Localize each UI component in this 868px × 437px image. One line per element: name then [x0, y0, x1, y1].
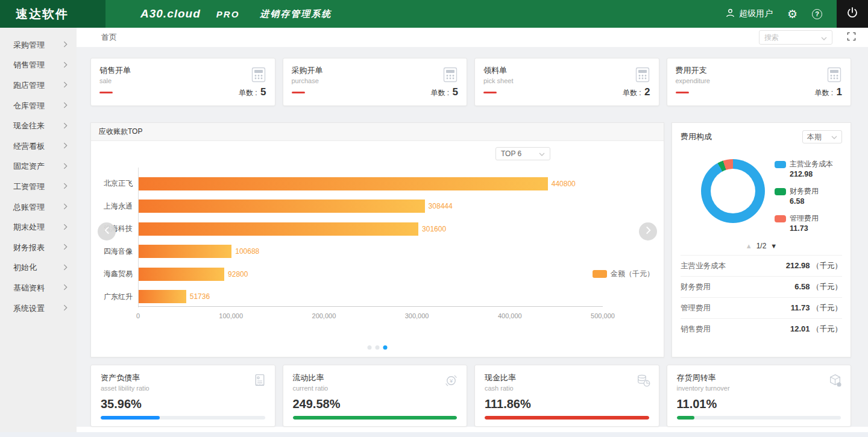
carousel-dot[interactable]: [383, 345, 388, 350]
legend-swatch: [775, 188, 786, 195]
ratio-card-asset-liability: 资产负债率 asset libility ratio 35.96%: [90, 365, 275, 427]
sidebar-item[interactable]: 固定资产: [0, 157, 77, 177]
form-calculator-icon: [825, 66, 843, 86]
sidebar-item[interactable]: 财务报表: [0, 237, 77, 258]
product-edition: PRO: [216, 9, 240, 19]
logout-button[interactable]: [837, 0, 868, 28]
expense-row-value: 11.73: [791, 303, 810, 312]
bar: [138, 200, 425, 213]
stat-card-subtitle: sale: [99, 77, 266, 84]
user-menu[interactable]: 超级用户: [725, 8, 773, 20]
top-n-select[interactable]: TOP 6: [495, 147, 550, 160]
expense-row-label: 财务费用: [681, 282, 711, 292]
donut-legend-item: 主营业务成本 212.98: [775, 159, 833, 178]
chevron-right-icon: [63, 81, 68, 90]
sidebar-item[interactable]: 期末处理: [0, 217, 77, 237]
dashboard-content: 销售开单 sale 单数 : 5 采购开单 purchase 单数 : 5: [77, 47, 868, 427]
sidebar-item[interactable]: 系统设置: [0, 298, 77, 319]
system-name: 进销存管理系统: [260, 8, 332, 20]
fullscreen-icon: [847, 32, 856, 43]
bar: [138, 222, 418, 236]
legend-label: 财务费用: [790, 186, 819, 196]
triangle-up-icon[interactable]: ▲: [746, 243, 752, 250]
sidebar-item[interactable]: 仓库管理: [0, 96, 77, 116]
donut-legend-item: 管理费用 11.73: [775, 213, 833, 233]
expense-row-value: 12.01: [790, 324, 810, 333]
stat-card-row: 销售开单 sale 单数 : 5 采购开单 purchase 单数 : 5: [90, 58, 851, 106]
user-name: 超级用户: [739, 8, 773, 19]
period-select[interactable]: 本期: [802, 130, 842, 143]
power-icon: [846, 7, 858, 21]
sidebar-item[interactable]: 初始化: [0, 258, 77, 278]
sidebar-item-label: 期末处理: [13, 222, 45, 233]
chevron-right-icon: [63, 142, 68, 151]
sidebar-item[interactable]: 基础资料: [0, 278, 77, 298]
legend-label: 管理费用: [790, 213, 819, 224]
stat-card: 领料单 pick sheet 单数 : 2: [474, 58, 659, 106]
ratio-card-inventory-turnover: 存货周转率 inventory turnover 11.01%: [667, 365, 852, 427]
chart-title: 应收账款TOP: [91, 123, 664, 141]
stat-card-count: 单数 : 5: [431, 86, 458, 98]
chevron-right-icon: [63, 61, 68, 70]
chevron-right-icon: [63, 223, 68, 232]
carousel-prev-button[interactable]: [98, 222, 116, 241]
x-tick-label: 400,000: [498, 312, 522, 319]
receivables-chart-card: 应收账款TOP TOP 6 北京正飞: [90, 122, 664, 357]
accent-dash: [292, 92, 305, 93]
user-icon: [725, 8, 735, 20]
ratio-value: 249.58%: [293, 397, 458, 411]
sidebar-item[interactable]: 现金往来: [0, 116, 77, 136]
form-calculator-icon: [441, 66, 459, 86]
carousel-next-button[interactable]: [639, 222, 657, 241]
bar-row: 北京正飞 440800: [91, 172, 603, 195]
bar-value-label: 100688: [235, 247, 259, 256]
stat-card-title: 领料单: [483, 65, 650, 76]
donut-chart-area: 主营业务成本 212.98 财务费用: [681, 159, 842, 233]
legend-pager: ▲ 1/2 ▼: [681, 242, 842, 250]
chart-body: TOP 6 北京正飞 44080: [91, 141, 664, 357]
fullscreen-button[interactable]: [847, 32, 856, 43]
sidebar-item[interactable]: 工资管理: [0, 177, 77, 197]
chevron-right-icon: [63, 101, 68, 110]
form-calculator-icon: [634, 66, 652, 86]
sidebar-nav: 采购管理 销售管理 跑店管理 仓库管理: [0, 28, 77, 437]
bar-value-label: 301600: [422, 225, 446, 233]
stat-card-count: 单数 : 1: [815, 86, 842, 98]
invoice-icon: [251, 373, 268, 391]
carousel-dot[interactable]: [376, 345, 380, 350]
sidebar-item[interactable]: 销售管理: [0, 55, 77, 76]
expense-panel: 费用构成 本期: [671, 122, 851, 357]
help-button[interactable]: ?: [812, 9, 822, 19]
chevron-right-icon: [63, 162, 68, 171]
progress-bar: [485, 416, 649, 420]
sidebar-item[interactable]: 跑店管理: [0, 75, 77, 96]
search-placeholder: 搜索: [764, 33, 779, 43]
bar-value-label: 92800: [228, 270, 248, 278]
product-name: A30.cloud: [140, 7, 201, 20]
sidebar-item[interactable]: 总账管理: [0, 197, 77, 218]
progress-bar: [677, 416, 695, 420]
sidebar-item[interactable]: 经营看板: [0, 136, 77, 157]
bar: [138, 268, 224, 281]
legend-label: 主营业务成本: [790, 159, 833, 169]
settings-button[interactable]: ⚙: [787, 8, 797, 20]
carousel-dots: [368, 345, 388, 350]
search-input[interactable]: 搜索: [759, 30, 832, 45]
help-icon: ?: [812, 9, 822, 19]
chevron-right-icon: [63, 122, 68, 131]
triangle-down-icon[interactable]: ▼: [770, 243, 777, 250]
bar-category-label: 广东红升: [91, 292, 138, 302]
ratio-value: 111.86%: [485, 397, 649, 411]
carousel-dot[interactable]: [368, 345, 372, 350]
stat-card-count: 单数 : 2: [623, 86, 650, 98]
chevron-right-icon: [646, 226, 651, 237]
sidebar-item[interactable]: 采购管理: [0, 35, 77, 55]
stat-card: 销售开单 sale 单数 : 5: [90, 58, 275, 106]
expense-row-unit: （千元）: [812, 283, 842, 291]
expense-panel-title: 费用构成: [681, 131, 712, 142]
breadcrumb-home[interactable]: 首页: [101, 32, 117, 43]
header-actions: 超级用户 ⚙ ?: [725, 0, 868, 28]
progress-bar: [293, 416, 458, 420]
chevron-right-icon: [63, 243, 68, 252]
bar-value-label: 51736: [190, 292, 210, 301]
